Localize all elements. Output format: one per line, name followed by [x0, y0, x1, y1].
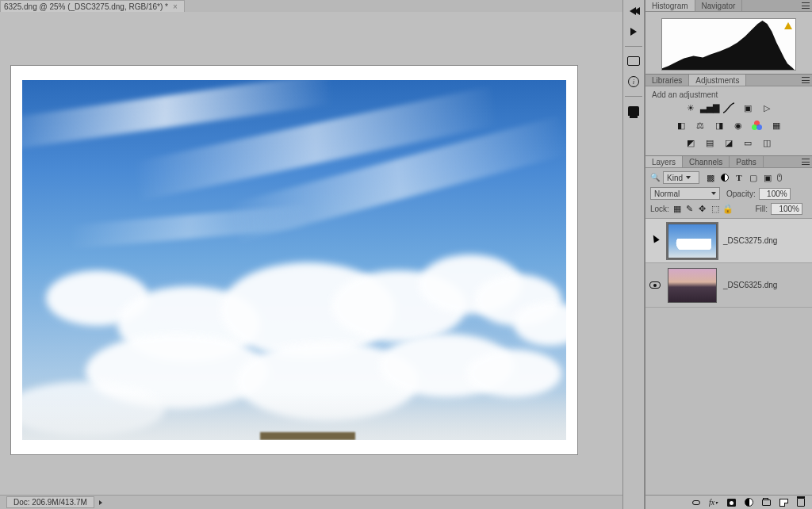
new-layer-icon[interactable]: [779, 498, 788, 507]
delete-layer-icon[interactable]: [796, 498, 806, 507]
opacity-input[interactable]: 100%: [759, 188, 791, 200]
curves-icon[interactable]: [722, 101, 736, 114]
layer-name[interactable]: _DSC3275.dng: [723, 236, 807, 245]
fill-label: Fill:: [755, 205, 768, 213]
histogram-graph[interactable]: [661, 18, 796, 71]
chevron-down-icon: [686, 176, 691, 179]
invert-icon[interactable]: ◩: [684, 136, 698, 149]
document-tab[interactable]: 6325.dng @ 25% (_DSC3275.dng, RGB/16*) *…: [0, 0, 185, 12]
play-icon[interactable]: [625, 24, 642, 40]
levels-icon[interactable]: ▃▅▇: [703, 101, 717, 114]
layer-filter-label: Kind: [667, 174, 683, 182]
audio-icon[interactable]: [625, 53, 642, 69]
layer-item[interactable]: _DSC6325.dng: [645, 263, 812, 308]
shape-filter-icon[interactable]: ▢: [749, 173, 758, 182]
lock-pixels-icon[interactable]: ✎: [685, 205, 695, 214]
exposure-icon[interactable]: ▣: [741, 101, 755, 114]
black-white-icon[interactable]: ◨: [712, 119, 726, 132]
histogram-panel: Histogram Navigator: [645, 0, 812, 75]
layer-visibility-toggle[interactable]: [649, 281, 661, 289]
layer-item[interactable]: _DSC3275.dng: [645, 219, 812, 263]
vibrance-icon[interactable]: ▷: [760, 101, 774, 114]
tab-adjustments[interactable]: Adjustments: [689, 75, 746, 86]
histogram-warning-icon[interactable]: [784, 22, 792, 29]
pixel-filter-icon[interactable]: ▩: [706, 173, 715, 182]
document-tab-bar: 6325.dng @ 25% (_DSC3275.dng, RGB/16*) *…: [0, 0, 622, 12]
tab-channels[interactable]: Channels: [683, 156, 730, 167]
color-lookup-icon[interactable]: ▦: [769, 119, 783, 132]
add-mask-icon[interactable]: [726, 498, 736, 507]
image-content: [22, 80, 566, 440]
color-balance-icon[interactable]: ⚖: [693, 119, 707, 132]
adjustment-filter-icon[interactable]: [720, 173, 730, 182]
threshold-icon[interactable]: ◪: [722, 136, 736, 149]
panel-menu-icon[interactable]: [799, 156, 812, 167]
layer-filter-icons: ▩ T ▢ ▣: [706, 173, 782, 182]
document-area: 6325.dng @ 25% (_DSC3275.dng, RGB/16*) *…: [0, 0, 622, 509]
link-layers-icon[interactable]: [691, 498, 701, 507]
fill-input[interactable]: 100%: [771, 203, 802, 215]
layer-filter-select[interactable]: Kind: [663, 171, 699, 184]
tab-navigator[interactable]: Navigator: [695, 0, 743, 11]
collapsed-panel-dock: i: [622, 0, 645, 509]
new-group-icon[interactable]: [761, 498, 771, 507]
layer-list: _DSC3275.dng _DSC6325.dng: [645, 219, 812, 495]
photo-filter-icon[interactable]: ◉: [731, 119, 745, 132]
status-flyout-icon[interactable]: [99, 500, 102, 505]
layer-thumbnail[interactable]: [668, 268, 717, 303]
smart-filter-icon[interactable]: ▣: [763, 173, 772, 182]
lock-transparency-icon[interactable]: ▦: [672, 205, 682, 214]
blend-mode-select[interactable]: Normal: [650, 187, 720, 200]
tab-layers[interactable]: Layers: [645, 156, 683, 167]
adjustments-subtitle: Add an adjustment: [645, 86, 812, 101]
posterize-icon[interactable]: ▤: [703, 136, 717, 149]
panel-menu-icon[interactable]: [799, 75, 812, 86]
new-adjustment-layer-icon[interactable]: [744, 498, 753, 507]
layers-footer: fx▾: [645, 495, 812, 509]
blend-mode-value: Normal: [654, 189, 680, 198]
gradient-map-icon[interactable]: ▭: [741, 136, 755, 149]
brightness-contrast-icon[interactable]: ☀: [684, 101, 698, 114]
doc-size-readout[interactable]: Doc: 206.9M/413.7M: [6, 496, 94, 508]
document-title: 6325.dng @ 25% (_DSC3275.dng, RGB/16*) *: [4, 2, 168, 11]
lock-position-icon[interactable]: ✥: [698, 205, 707, 214]
type-filter-icon[interactable]: T: [734, 173, 744, 182]
hue-saturation-icon[interactable]: ◧: [674, 119, 688, 132]
tab-histogram[interactable]: Histogram: [645, 0, 695, 11]
canvas[interactable]: [11, 66, 577, 454]
layer-thumbnail[interactable]: [668, 224, 717, 258]
filter-toggle-icon[interactable]: [777, 174, 782, 182]
adjustments-grid: ☀ ▃▅▇ ▣ ▷ ◧ ⚖ ◨ ◉ ▦ ◩ ▤ ◪: [645, 101, 812, 149]
eye-icon: [649, 281, 661, 289]
right-panel-stack: Histogram Navigator Libraries Adjustment…: [645, 0, 812, 509]
channel-mixer-icon[interactable]: [750, 119, 764, 132]
chevron-down-icon: [711, 192, 716, 195]
status-bar: Doc: 206.9M/413.7M: [0, 495, 622, 509]
layers-panel: Layers Channels Paths 🔍 Kind ▩ T: [645, 156, 812, 509]
tab-paths[interactable]: Paths: [730, 156, 764, 167]
info-icon[interactable]: i: [625, 74, 642, 90]
tab-libraries[interactable]: Libraries: [645, 75, 689, 86]
lock-all-icon[interactable]: 🔒: [723, 205, 733, 214]
canvas-viewport[interactable]: [0, 12, 622, 495]
lock-artboard-icon[interactable]: ⬚: [710, 205, 720, 214]
playhead-back-icon[interactable]: [625, 3, 642, 19]
layer-visibility-toggle[interactable]: [649, 235, 661, 247]
cursor-icon: [649, 235, 661, 247]
lock-label: Lock:: [650, 205, 669, 213]
selective-color-icon[interactable]: ◫: [760, 136, 774, 149]
layer-name[interactable]: _DSC6325.dng: [723, 281, 807, 289]
fx-icon[interactable]: fx▾: [709, 498, 718, 507]
adjustments-panel: Libraries Adjustments Add an adjustment …: [645, 75, 812, 156]
panel-menu-icon[interactable]: [799, 0, 812, 11]
search-icon: 🔍: [650, 174, 660, 182]
clone-stamp-icon[interactable]: [625, 103, 642, 119]
opacity-label: Opacity:: [726, 189, 756, 198]
close-tab-icon[interactable]: ×: [173, 2, 178, 11]
